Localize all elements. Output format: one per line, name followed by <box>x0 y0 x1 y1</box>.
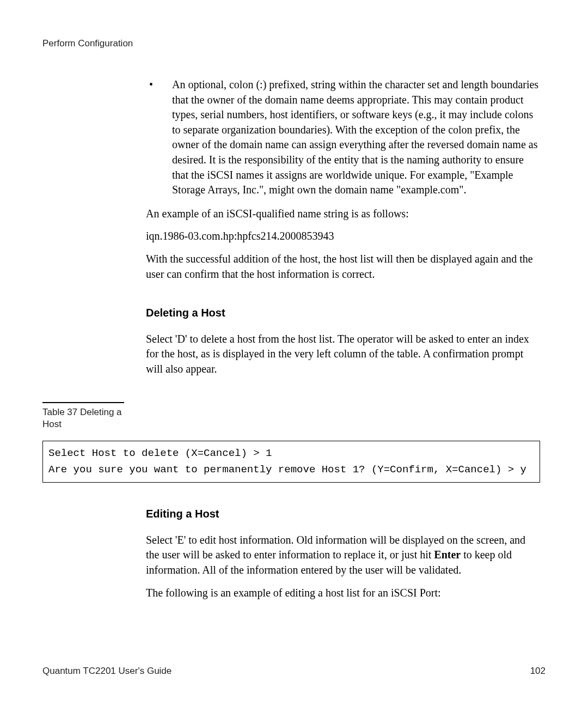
heading-editing-host: Editing a Host <box>146 507 540 522</box>
heading-deleting-host: Deleting a Host <box>146 306 540 321</box>
footer-doc-title: Quantum TC2201 User's Guide <box>42 666 171 677</box>
paragraph-delete: Select 'D' to delete a host from the hos… <box>146 332 540 377</box>
running-header: Perform Configuration <box>42 38 546 49</box>
bold-enter: Enter <box>434 549 461 561</box>
bullet-text: An optional, colon (:) prefixed, string … <box>172 77 540 198</box>
terminal-output-box: Select Host to delete (X=Cancel) > 1 Are… <box>42 441 540 483</box>
bullet-item: • An optional, colon (:) prefixed, strin… <box>146 77 540 198</box>
page-footer: Quantum TC2201 User's Guide 102 <box>42 666 546 677</box>
main-content-continued: Editing a Host Select 'E' to edit host i… <box>146 507 540 600</box>
paragraph-success: With the successful addition of the host… <box>146 252 540 282</box>
paragraph-example-intro: An example of an iSCSI-qualified name st… <box>146 206 540 222</box>
paragraph-edit-followup: The following is an example of editing a… <box>146 586 540 601</box>
code-line: Are you sure you want to permanently rem… <box>48 462 534 478</box>
footer-page-number: 102 <box>530 666 546 677</box>
document-page: Perform Configuration • An optional, col… <box>0 0 588 706</box>
code-line: Select Host to delete (X=Cancel) > 1 <box>48 446 534 461</box>
table-caption: Table 37 Deleting a Host <box>42 402 124 431</box>
paragraph-iqn-example: iqn.1986-03.com.hp:hpfcs214.2000853943 <box>146 229 540 244</box>
main-content: • An optional, colon (:) prefixed, strin… <box>146 77 540 377</box>
paragraph-edit: Select 'E' to edit host information. Old… <box>146 533 540 578</box>
bullet-icon: • <box>146 77 172 198</box>
